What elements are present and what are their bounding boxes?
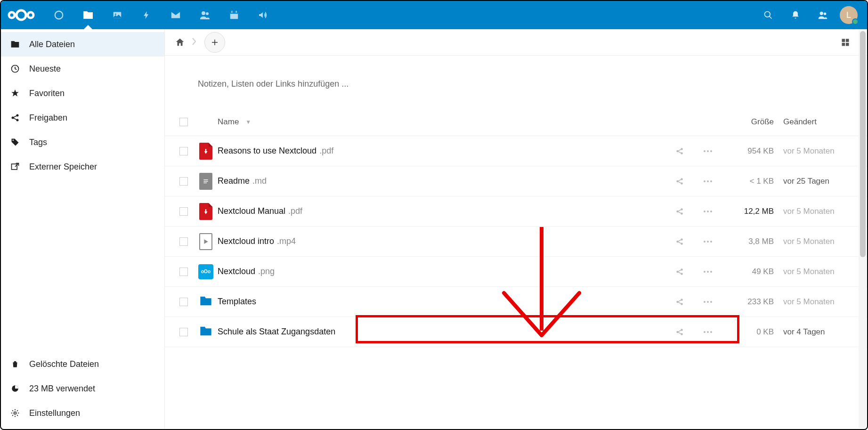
more-icon[interactable] — [694, 240, 722, 243]
quota-icon — [10, 384, 20, 393]
search-icon[interactable] — [758, 5, 779, 25]
file-row[interactable]: Nextcloud intro.mp43,8 MBvor 5 Monaten — [165, 227, 867, 257]
scrollbar-thumb[interactable] — [860, 31, 866, 257]
svg-rect-29 — [846, 42, 849, 46]
row-checkbox[interactable] — [179, 237, 188, 246]
sidebar-item-label: Neueste — [29, 64, 61, 74]
share-icon[interactable] — [665, 268, 694, 276]
sidebar-deleted-files[interactable]: Gelöschte Dateien — [1, 352, 164, 376]
file-date: vor 5 Monaten — [779, 297, 859, 307]
svg-point-12 — [765, 12, 771, 17]
row-checkbox[interactable] — [179, 298, 188, 306]
file-row[interactable]: Schule als Staat Zugangsdaten0 KBvor 4 T… — [165, 317, 867, 347]
svg-line-13 — [770, 16, 772, 19]
svg-point-63 — [707, 241, 709, 243]
nav-dashboard[interactable] — [44, 1, 73, 29]
svg-point-36 — [707, 150, 709, 152]
svg-point-55 — [707, 211, 709, 212]
svg-point-37 — [710, 150, 712, 152]
svg-point-64 — [710, 241, 712, 243]
file-name[interactable]: Nextcloud Manual.pdf — [218, 206, 665, 216]
more-icon[interactable] — [694, 270, 722, 273]
row-checkbox[interactable] — [179, 268, 188, 276]
svg-point-6 — [202, 11, 205, 15]
sidebar-item-folder[interactable]: Alle Dateien — [1, 32, 164, 57]
nav-announce[interactable] — [249, 1, 278, 29]
svg-point-0 — [16, 10, 26, 20]
sidebar-quota-label: 23 MB verwendet — [29, 384, 95, 394]
more-icon[interactable] — [694, 210, 722, 213]
sidebar-settings-label: Einstellungen — [29, 408, 80, 418]
share-icon[interactable] — [665, 207, 694, 216]
grid-view-toggle[interactable] — [839, 36, 852, 49]
select-all-checkbox[interactable] — [179, 118, 188, 126]
svg-point-46 — [704, 180, 706, 182]
sidebar-item-external[interactable]: Externer Speicher — [1, 154, 164, 179]
nav-activity[interactable] — [132, 1, 161, 29]
more-icon[interactable] — [694, 300, 722, 303]
file-name[interactable]: Nextcloud intro.mp4 — [218, 236, 665, 246]
notifications-icon[interactable] — [785, 5, 806, 25]
file-type-icon: oOo — [194, 264, 218, 279]
notes-placeholder[interactable]: Notizen, Listen oder Links hinzufügen ..… — [165, 56, 867, 108]
nav-photos[interactable] — [103, 1, 132, 29]
user-avatar[interactable]: L — [840, 6, 858, 24]
file-row[interactable]: Nextcloud Manual.pdf12,2 MBvor 5 Monaten — [165, 196, 867, 227]
file-name[interactable]: Templates — [218, 297, 665, 307]
nav-contacts[interactable] — [190, 1, 219, 29]
file-name[interactable]: Nextcloud.png — [218, 267, 665, 276]
svg-point-54 — [704, 211, 706, 212]
share-icon[interactable] — [665, 328, 694, 336]
svg-rect-40 — [203, 182, 207, 183]
file-row[interactable]: Templates233 KBvor 5 Monaten — [165, 287, 867, 317]
svg-line-44 — [678, 179, 681, 181]
file-row[interactable]: oOoNextcloud.png49 KBvor 5 Monaten — [165, 257, 867, 287]
file-size: 954 KB — [722, 146, 779, 156]
file-type-icon — [194, 325, 218, 340]
file-row[interactable]: Reasons to use Nextcloud.pdf954 KBvor 5 … — [165, 136, 867, 166]
row-checkbox[interactable] — [179, 328, 188, 336]
sidebar-item-label: Favoriten — [29, 89, 65, 98]
share-icon[interactable] — [665, 298, 694, 306]
svg-line-68 — [678, 270, 681, 271]
more-icon[interactable] — [694, 150, 722, 153]
svg-line-52 — [678, 210, 681, 211]
add-button[interactable] — [204, 32, 225, 53]
file-name[interactable]: Schule als Staat Zugangsdaten — [218, 327, 665, 337]
sidebar-quota[interactable]: 23 MB verwendet — [1, 376, 164, 401]
sidebar-settings[interactable]: Einstellungen — [1, 401, 164, 425]
more-icon[interactable] — [694, 331, 722, 333]
file-name[interactable]: Reasons to use Nextcloud.pdf — [218, 146, 665, 156]
nav-calendar[interactable] — [219, 1, 249, 29]
file-size: 233 KB — [722, 297, 779, 307]
nav-files[interactable] — [73, 1, 103, 29]
sidebar-item-tag[interactable]: Tags — [1, 130, 164, 154]
svg-point-25 — [14, 412, 16, 414]
row-checkbox[interactable] — [179, 147, 188, 155]
sidebar-item-share[interactable]: Freigaben — [1, 105, 164, 130]
header-modified[interactable]: Geändert — [779, 117, 859, 127]
row-checkbox[interactable] — [179, 177, 188, 186]
file-size: < 1 KB — [722, 177, 779, 186]
sidebar-item-star[interactable]: Favoriten — [1, 81, 164, 105]
file-date: vor 5 Monaten — [779, 237, 859, 246]
file-row[interactable]: Readme.md< 1 KBvor 25 Tagen — [165, 166, 867, 196]
svg-point-48 — [710, 180, 712, 182]
share-icon[interactable] — [665, 147, 694, 155]
file-size: 0 KB — [722, 327, 779, 337]
header-name[interactable]: Name▼ — [218, 117, 665, 127]
row-checkbox[interactable] — [179, 207, 188, 216]
sidebar-item-clock[interactable]: Neueste — [1, 57, 164, 81]
more-icon[interactable] — [694, 180, 722, 183]
sidebar-item-label: Alle Dateien — [29, 40, 75, 49]
share-icon[interactable] — [665, 237, 694, 246]
home-icon[interactable] — [173, 36, 187, 49]
file-name[interactable]: Readme.md — [218, 176, 665, 186]
svg-point-88 — [710, 331, 712, 333]
svg-point-22 — [13, 140, 14, 141]
nav-mail[interactable] — [161, 1, 190, 29]
share-icon[interactable] — [665, 177, 694, 186]
header-size[interactable]: Größe — [722, 117, 779, 127]
nextcloud-logo[interactable] — [7, 7, 36, 23]
contacts-menu-icon[interactable] — [812, 5, 833, 25]
